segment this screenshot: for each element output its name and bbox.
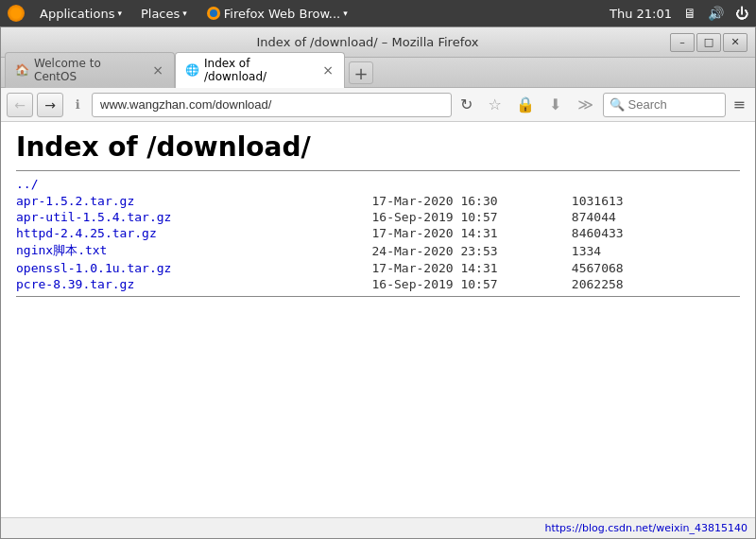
browser-window: Index of /download/ – Mozilla Firefox – … (0, 26, 756, 539)
tab-download-label: Index of /download/ (204, 57, 314, 83)
tab-welcome-close[interactable]: × (151, 63, 164, 77)
pocket-icon[interactable]: ⬇ (542, 93, 569, 117)
table-row: openssl-1.0.1u.tar.gz 17-Mar-2020 14:31 … (16, 260, 740, 276)
svg-point-1 (210, 9, 217, 17)
table-row: nginx脚本.txt 24-Mar-2020 23:53 1334 (16, 241, 740, 260)
bookmark-star-icon[interactable]: ☆ (482, 93, 508, 117)
tab-download-favicon: 🌐 (185, 63, 198, 77)
tab-welcome[interactable]: 🏠 Welcome to CentOS × (5, 52, 175, 88)
file-date: 16-Sep-2019 10:57 (224, 210, 498, 224)
bottom-divider (16, 296, 740, 297)
os-top-bar: Applications ▾ Places ▾ Firefox Web Brow… (0, 0, 756, 26)
status-bar: https://blog.csdn.net/weixin_43815140 (1, 517, 755, 538)
firefox-menu[interactable]: Firefox Web Brow... ▾ (202, 4, 352, 23)
file-link[interactable]: httpd-2.4.25.tar.gz (16, 226, 224, 240)
table-row: apr-util-1.5.4.tar.gz 16-Sep-2019 10:57 … (16, 209, 740, 225)
page-divider (16, 170, 740, 171)
window-controls: – □ ✕ (670, 33, 747, 52)
os-clock: Thu 21:01 (610, 7, 672, 21)
file-listing: ../ apr-1.5.2.tar.gz 17-Mar-2020 16:30 1… (16, 177, 740, 292)
file-size: 4567068 (498, 261, 624, 275)
forward-button[interactable]: → (37, 93, 63, 117)
table-row: pcre-8.39.tar.gz 16-Sep-2019 10:57 20622… (16, 276, 740, 292)
applications-label: Applications (40, 7, 114, 21)
tab-download[interactable]: 🌐 Index of /download/ × (175, 52, 345, 88)
file-size: 8460433 (498, 226, 624, 240)
applications-menu[interactable]: Applications ▾ (36, 5, 126, 23)
page-title: Index of /download/ (16, 131, 740, 163)
search-icon: 🔍 (610, 97, 625, 112)
tab-welcome-favicon: 🏠 (15, 63, 28, 77)
table-row: httpd-2.4.25.tar.gz 17-Mar-2020 14:31 84… (16, 225, 740, 241)
back-button[interactable]: ← (7, 93, 33, 117)
file-link[interactable]: apr-1.5.2.tar.gz (16, 194, 224, 208)
page-content: Index of /download/ ../ apr-1.5.2.tar.gz… (1, 122, 755, 517)
places-caret: ▾ (182, 9, 187, 18)
file-date: 17-Mar-2020 14:31 (224, 261, 498, 275)
tab-bar: 🏠 Welcome to CentOS × 🌐 Index of /downlo… (1, 58, 755, 88)
add-tab-button[interactable]: + (349, 61, 373, 84)
menu-button[interactable]: ≡ (730, 96, 749, 113)
os-logo (8, 5, 25, 22)
tab-download-close[interactable]: × (321, 63, 335, 77)
file-link[interactable]: pcre-8.39.tar.gz (16, 277, 224, 291)
file-rows-container: apr-1.5.2.tar.gz 17-Mar-2020 16:30 10316… (16, 193, 740, 292)
lock-icon[interactable]: 🔒 (512, 93, 539, 117)
status-link: https://blog.csdn.net/weixin_43815140 (544, 522, 747, 534)
reload-button[interactable]: ↻ (455, 93, 478, 117)
search-box: 🔍 (603, 93, 726, 117)
os-right-area: Thu 21:01 🖥 🔊 ⏻ (610, 6, 748, 21)
file-link[interactable]: nginx脚本.txt (16, 242, 224, 259)
firefox-label: Firefox Web Brow... (224, 7, 340, 21)
firefox-caret: ▾ (343, 9, 348, 18)
url-bar[interactable] (92, 93, 452, 117)
file-link[interactable]: apr-util-1.5.4.tar.gz (16, 210, 224, 224)
places-label: Places (141, 7, 180, 21)
file-date: 24-Mar-2020 23:53 (224, 244, 498, 258)
file-date: 17-Mar-2020 16:30 (224, 194, 498, 208)
power-icon[interactable]: ⏻ (735, 6, 748, 21)
places-menu[interactable]: Places ▾ (137, 5, 191, 23)
applications-caret: ▾ (117, 9, 122, 18)
close-button[interactable]: ✕ (723, 33, 747, 52)
file-link[interactable]: openssl-1.0.1u.tar.gz (16, 261, 224, 275)
file-date: 17-Mar-2020 14:31 (224, 226, 498, 240)
info-button[interactable]: ℹ (67, 95, 88, 115)
nav-bar: ← → ℹ ↻ ☆ 🔒 ⬇ ≫ 🔍 ≡ (1, 88, 755, 122)
search-input[interactable] (628, 97, 713, 112)
maximize-button[interactable]: □ (696, 33, 721, 52)
volume-icon[interactable]: 🔊 (708, 6, 724, 21)
firefox-icon (206, 6, 221, 21)
display-icon[interactable]: 🖥 (683, 6, 696, 21)
more-tools-icon[interactable]: ≫ (573, 93, 599, 117)
file-size: 2062258 (498, 277, 624, 291)
file-date: 16-Sep-2019 10:57 (224, 277, 498, 291)
browser-title: Index of /download/ – Mozilla Firefox (65, 35, 670, 49)
table-row: apr-1.5.2.tar.gz 17-Mar-2020 16:30 10316… (16, 193, 740, 209)
parent-directory-link[interactable]: ../ (16, 177, 740, 191)
file-size: 1031613 (498, 194, 624, 208)
tab-welcome-label: Welcome to CentOS (34, 57, 144, 83)
minimize-button[interactable]: – (670, 33, 695, 52)
file-size: 874044 (498, 210, 616, 224)
file-size: 1334 (498, 244, 602, 258)
